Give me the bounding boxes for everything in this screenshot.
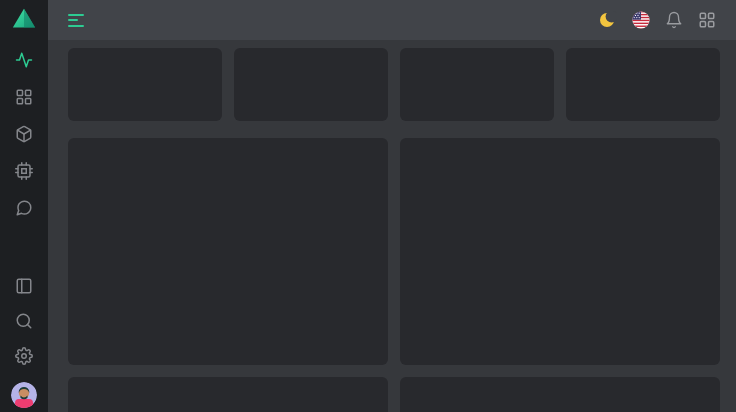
activity-icon[interactable] [15,51,33,69]
bottom-cards-row [68,377,720,412]
sidebar-nav [15,51,33,217]
revenue-substats [414,157,706,160]
sales-revenue-card-gauge [400,377,720,412]
user-avatar[interactable] [11,382,37,408]
donut-chart [288,383,378,412]
header-actions [599,11,716,29]
box-icon[interactable] [15,125,33,143]
stat-card-total-sales [68,48,222,121]
revenue-card-monthly [68,138,388,365]
sparkline-chart [68,85,222,121]
revenue-cards-row [68,138,720,365]
us-flag-icon[interactable] [632,11,650,29]
stat-card-total-profit [234,48,388,121]
apps-grid-icon[interactable] [698,11,716,29]
sparkline-chart [400,85,554,121]
moon-icon[interactable] [599,11,617,29]
settings-icon[interactable] [15,347,33,365]
header [48,0,736,40]
revenue-substats [82,157,374,160]
sidebar-bottom-nav [11,277,37,412]
gauge-chart [604,383,694,412]
stat-card-total-orders [400,48,554,121]
stat-card-consolidated-profit [566,48,720,121]
app-logo-icon[interactable] [11,7,37,29]
sparkline-chart [234,85,388,121]
main-area [48,0,736,412]
revenue-card-daily [400,138,720,365]
chat-icon[interactable] [15,199,33,217]
menu-toggle-icon[interactable] [68,14,85,27]
revenue-area-chart [414,165,706,307]
sparkline-chart [566,85,720,121]
stat-cards-row [68,48,720,121]
sidebar [0,0,48,412]
search-icon[interactable] [15,312,33,330]
sidebar-layout-icon[interactable] [15,277,33,295]
content [48,40,736,412]
revenue-line-chart [82,165,374,307]
bell-icon[interactable] [665,11,683,29]
sales-revenue-card-donut [68,377,388,412]
dashboard-grid-icon[interactable] [15,88,33,106]
cpu-icon[interactable] [15,162,33,180]
